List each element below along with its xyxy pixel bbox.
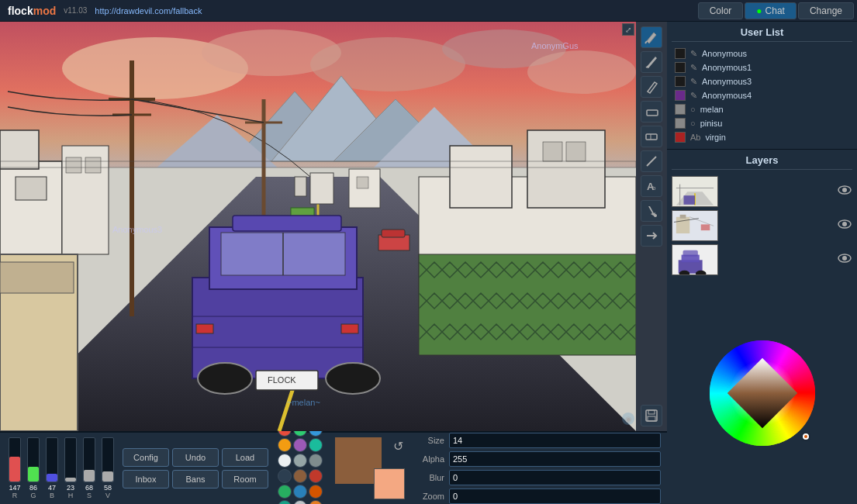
palette-color-item[interactable]: [278, 438, 292, 452]
palette-color-item[interactable]: [293, 469, 307, 483]
top-tabs: Color ●Chat Change: [698, 2, 854, 19]
wheel-pointer: [803, 433, 809, 440]
val-label: V: [105, 492, 110, 499]
expand-button[interactable]: ⤢: [622, 23, 634, 36]
palette-color-item[interactable]: [278, 500, 292, 504]
user-circle-icon[interactable]: ○: [690, 105, 696, 114]
drawing-canvas[interactable]: FLOCK AnonymGus Anonymous3 ~melan~ ⤢ ◉: [0, 22, 667, 431]
layer-thumbnail[interactable]: [672, 244, 718, 275]
layers-list: [672, 174, 852, 277]
user-pencil-icon[interactable]: ✎: [690, 77, 697, 87]
blue-slider-fill: [47, 474, 57, 482]
top-bar: flockMOD v11.03 http://drawdevil.com/fal…: [0, 0, 857, 22]
right-panel: User List ✎Anonymous✎Anonymous1✎Anonymou…: [667, 22, 857, 504]
svg-point-87: [842, 222, 847, 226]
logo-flock: flock: [8, 5, 33, 17]
save-button[interactable]: [641, 405, 662, 426]
tool-pencil[interactable]: [641, 76, 662, 98]
palette-color-item[interactable]: [278, 454, 292, 468]
zoom-input[interactable]: [449, 488, 661, 504]
user-name-label: Anonymous4: [702, 91, 752, 100]
palette-color-item[interactable]: [309, 500, 323, 504]
tool-arrow[interactable]: [641, 225, 662, 247]
scroll-hint: ◉: [622, 413, 634, 425]
inbox-button[interactable]: Inbox: [123, 470, 169, 488]
tool-text[interactable]: Ab: [641, 175, 662, 197]
svg-text:b: b: [652, 185, 656, 192]
room-button[interactable]: Room: [222, 470, 268, 488]
undo-button[interactable]: Undo: [172, 448, 219, 467]
color-wheel[interactable]: [708, 339, 817, 447]
canvas-artwork[interactable]: FLOCK AnonymGus Anonymous3 ~melan~: [0, 22, 636, 431]
config-button[interactable]: Config: [123, 448, 169, 467]
tool-brush[interactable]: [641, 26, 662, 48]
green-slider-track[interactable]: [27, 437, 40, 482]
alpha-input[interactable]: [449, 451, 661, 467]
user-pencil-icon[interactable]: ✎: [690, 91, 697, 101]
chat-dot: ●: [756, 5, 762, 16]
layer-thumbnail[interactable]: [672, 210, 718, 241]
blur-input[interactable]: [449, 470, 661, 485]
app-logo: flockMOD: [0, 5, 64, 17]
palette-color-item[interactable]: [293, 500, 307, 504]
user-color-swatch: [675, 48, 686, 59]
tool-eraser2[interactable]: [641, 126, 662, 147]
layer-visibility-eye[interactable]: [837, 253, 852, 267]
green-slider-fill: [28, 467, 39, 482]
red-slider-track[interactable]: [9, 437, 21, 482]
val-slider-track[interactable]: [102, 437, 114, 482]
tab-color[interactable]: Color: [698, 2, 744, 19]
user-circle-icon[interactable]: ○: [690, 119, 696, 128]
tool-eraser[interactable]: [641, 101, 662, 123]
user-row: Abvirgin: [672, 130, 852, 144]
layer-visibility-eye[interactable]: [837, 185, 852, 198]
bans-button[interactable]: Bans: [172, 470, 219, 488]
layer-visibility-eye[interactable]: [837, 219, 852, 233]
tool-line[interactable]: [641, 150, 662, 172]
palette-color-item[interactable]: [309, 438, 323, 452]
tool-fill[interactable]: [641, 200, 662, 222]
palette-color-item[interactable]: [278, 485, 292, 499]
palette-color-item[interactable]: [278, 469, 292, 483]
palette-color-item[interactable]: [309, 454, 323, 468]
palette-color-item[interactable]: [293, 485, 307, 499]
user-name-label: virgin: [705, 133, 725, 142]
svg-rect-49: [341, 324, 358, 333]
size-input[interactable]: [449, 433, 661, 448]
layers-title: Layers: [672, 154, 852, 170]
user-pencil-icon[interactable]: ✎: [690, 49, 697, 59]
blue-slider-track[interactable]: [46, 437, 58, 482]
load-button[interactable]: Load: [222, 448, 268, 467]
palette-color-item[interactable]: [293, 454, 307, 468]
btn-row-2: Inbox Bans Room: [123, 470, 268, 488]
tab-change[interactable]: Change: [798, 2, 854, 19]
bottom-bar: 147 R 86 G 47 B: [0, 431, 667, 504]
svg-rect-61: [647, 110, 658, 116]
layer-row: [672, 174, 852, 209]
svg-rect-48: [196, 324, 213, 333]
tool-brush2[interactable]: [641, 51, 662, 73]
layer-thumbnail[interactable]: [672, 176, 718, 207]
palette-color-item[interactable]: [309, 469, 323, 483]
green-value: 86: [29, 484, 37, 492]
tools-bar: Ab: [636, 22, 667, 431]
wheel-canvas-element[interactable]: [708, 339, 817, 447]
prev-color-swatch[interactable]: [374, 468, 405, 499]
svg-text:Anonymous3: Anonymous3: [112, 225, 162, 234]
action-buttons: Config Undo Load Inbox Bans Room: [123, 448, 268, 488]
hue-value: 23: [67, 484, 74, 492]
version-label: v11.03: [64, 6, 87, 15]
svg-line-64: [647, 157, 656, 166]
alpha-row: Alpha: [417, 451, 661, 467]
tab-chat[interactable]: ●Chat: [745, 2, 797, 19]
user-text-icon[interactable]: Ab: [690, 133, 700, 142]
user-name-label: Anonymous3: [702, 77, 752, 86]
sat-slider-track[interactable]: [83, 437, 95, 482]
swap-colors-icon[interactable]: ↺: [393, 439, 403, 454]
hue-slider-track[interactable]: [64, 437, 77, 482]
svg-line-60: [645, 41, 647, 43]
palette-color-item[interactable]: [309, 485, 323, 499]
user-pencil-icon[interactable]: ✎: [690, 63, 697, 73]
svg-rect-82: [680, 215, 686, 219]
palette-color-item[interactable]: [293, 438, 307, 452]
